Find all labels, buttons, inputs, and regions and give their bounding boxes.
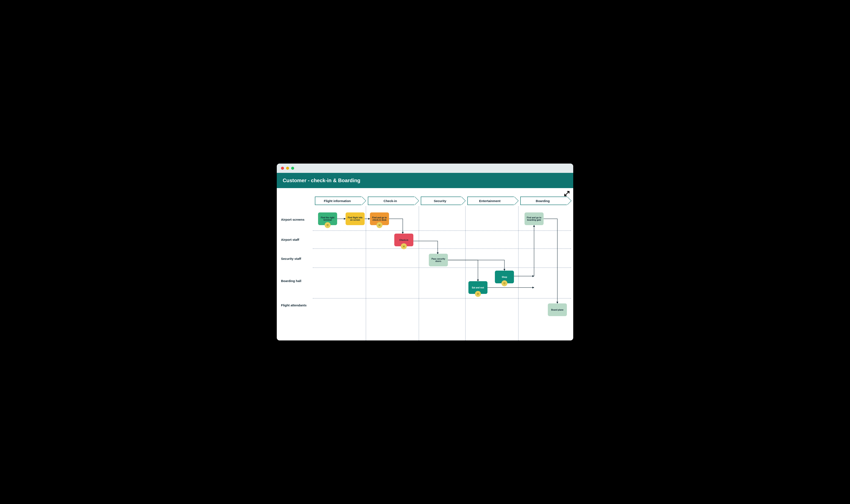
step-flight-info[interactable]: Find flight info on screen bbox=[346, 212, 365, 225]
expand-icon[interactable] bbox=[564, 191, 570, 197]
step-label: Shop bbox=[502, 276, 507, 278]
happy-face-icon bbox=[325, 222, 331, 228]
step-go-gate[interactable]: Find and go to boarding gate bbox=[524, 212, 543, 225]
step-find-terminal[interactable]: Find the right terminal bbox=[318, 212, 337, 225]
happy-face-icon bbox=[501, 280, 507, 286]
step-label: Find and go to check-in desk bbox=[371, 216, 388, 221]
step-eat-rest[interactable]: Eat and rest bbox=[468, 281, 487, 294]
phase-label: Entertainment bbox=[479, 199, 501, 203]
phase-label: Flight information bbox=[324, 199, 351, 203]
page-title: Customer - check-in & Boarding bbox=[283, 178, 360, 183]
svg-point-3 bbox=[380, 224, 380, 225]
svg-point-2 bbox=[379, 224, 379, 225]
phase-separator bbox=[366, 206, 366, 340]
phase-label: Boarding bbox=[536, 199, 550, 203]
lane-security-staff: Security staff bbox=[281, 257, 301, 260]
step-checkin[interactable]: Check-in bbox=[394, 234, 413, 246]
step-label: Check-in bbox=[399, 239, 408, 241]
step-board-plane[interactable]: Board plane bbox=[548, 303, 567, 316]
traffic-light-close-icon[interactable] bbox=[281, 167, 284, 170]
phase-check-in: Check-in bbox=[368, 197, 414, 205]
svg-point-0 bbox=[327, 224, 327, 225]
phase-separator bbox=[419, 206, 419, 340]
svg-point-1 bbox=[328, 224, 328, 225]
traffic-light-minimize-icon[interactable] bbox=[286, 167, 289, 170]
step-label: Find flight info on screen bbox=[347, 216, 363, 221]
phase-security: Security bbox=[421, 197, 461, 205]
angry-face-icon bbox=[401, 243, 407, 249]
lane-separator bbox=[313, 298, 571, 299]
connector-layer bbox=[277, 188, 573, 340]
phase-separator bbox=[465, 206, 466, 340]
lane-separator bbox=[313, 267, 571, 268]
step-shop[interactable]: Shop bbox=[495, 271, 514, 283]
lane-airport-staff: Airport staff bbox=[281, 238, 299, 241]
svg-point-6 bbox=[477, 293, 478, 294]
svg-point-5 bbox=[404, 246, 405, 247]
lane-flight-attendants: Flight attendants bbox=[281, 303, 307, 307]
lane-separator bbox=[313, 248, 571, 249]
traffic-light-zoom-icon[interactable] bbox=[291, 167, 294, 170]
phase-entertainment: Entertainment bbox=[467, 197, 514, 205]
step-security[interactable]: Pass security doors bbox=[429, 254, 448, 266]
svg-point-9 bbox=[505, 283, 505, 283]
phase-boarding: Boarding bbox=[520, 197, 567, 205]
step-label: Find the right terminal bbox=[319, 216, 336, 221]
svg-point-7 bbox=[478, 293, 479, 294]
window-titlebar bbox=[277, 164, 573, 173]
page-header: Customer - check-in & Boarding bbox=[277, 173, 573, 188]
lane-airport-screens: Airport screens bbox=[281, 218, 305, 221]
sad-face-icon bbox=[377, 222, 382, 228]
phase-label: Check-in bbox=[383, 199, 397, 203]
step-label: Eat and rest bbox=[472, 287, 484, 289]
diagram-canvas: Flight information Check-in Security Ent… bbox=[277, 188, 573, 340]
svg-point-8 bbox=[504, 283, 504, 283]
lane-boarding-hall: Boarding hall bbox=[281, 279, 301, 283]
step-label: Pass security doors bbox=[430, 258, 447, 263]
step-go-checkin-desk[interactable]: Find and go to check-in desk bbox=[370, 212, 389, 225]
happy-face-icon bbox=[475, 291, 481, 297]
app-window: Customer - check-in & Boarding Flight in… bbox=[277, 164, 573, 340]
svg-point-4 bbox=[403, 246, 404, 247]
phase-label: Security bbox=[434, 199, 446, 203]
phase-separator bbox=[518, 206, 519, 340]
step-label: Find and go to boarding gate bbox=[526, 216, 542, 221]
lane-separator bbox=[313, 230, 571, 231]
phase-flight-information: Flight information bbox=[315, 197, 362, 205]
step-label: Board plane bbox=[551, 309, 563, 311]
